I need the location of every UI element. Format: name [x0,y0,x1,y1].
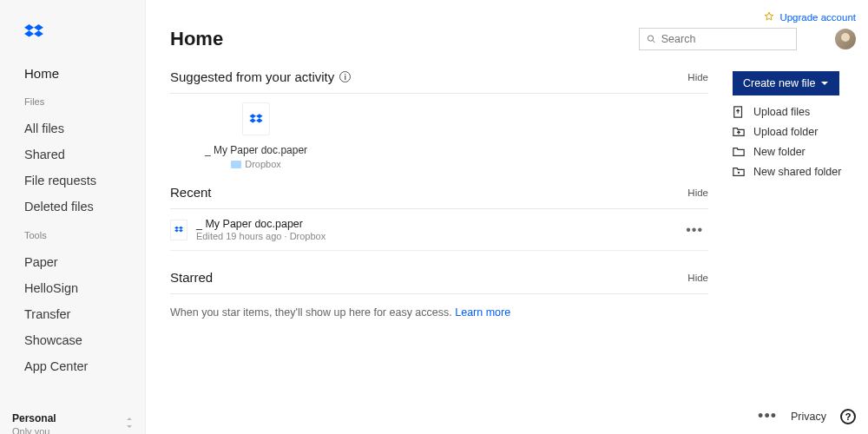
page-title: Home [170,28,223,50]
nav-paper[interactable]: Paper [0,249,145,275]
info-icon[interactable]: i [339,71,351,82]
divider [170,93,708,94]
svg-line-1 [653,40,655,43]
actions-column: Create new file Upload files Upload fold… [733,69,856,434]
paper-file-icon [249,113,263,125]
nav-all-files[interactable]: All files [0,115,145,141]
upload-file-icon [733,106,745,118]
nav-section-tools: Tools [0,230,145,249]
search-input[interactable] [661,33,789,45]
recent-header: Recent Hide [170,185,708,200]
more-menu-icon[interactable]: ••• [681,222,708,238]
svg-point-0 [648,36,653,41]
account-switcher[interactable]: Personal Only you [0,404,145,434]
upload-files[interactable]: Upload files [733,106,856,118]
nav-shared[interactable]: Shared [0,141,145,168]
new-folder[interactable]: New folder [733,146,856,158]
nav-file-requests[interactable]: File requests [0,168,145,194]
recent-info: _ My Paper doc.paper Edited 19 hours ago… [196,218,681,241]
shared-folder-icon [733,166,745,178]
help-icon[interactable]: ? [840,409,856,424]
footer-more-icon[interactable]: ••• [758,407,777,425]
suggested-file-name: _ My Paper doc.paper [205,144,307,156]
recent-hide[interactable]: Hide [687,187,708,198]
account-name: Personal [12,412,133,424]
logo[interactable] [0,0,145,66]
starred-header: Starred Hide [170,270,708,285]
top-bar: Upgrade account [170,9,856,26]
search-icon [647,34,656,44]
main-content: Upgrade account Home Suggested from your… [146,0,868,434]
upload-folder[interactable]: Upload folder [733,126,856,138]
suggested-header: Suggested from your activity i Hide [170,69,708,84]
nav-transfer[interactable]: Transfer [0,301,145,327]
learn-more-link[interactable]: Learn more [455,306,510,319]
upload-folder-icon [733,126,745,138]
main-column: Suggested from your activity i Hide _ My… [170,69,708,434]
nav-deleted-files[interactable]: Deleted files [0,194,145,220]
nav-app-center[interactable]: App Center [0,353,145,379]
starred-hide[interactable]: Hide [687,273,708,283]
new-shared-folder[interactable]: New shared folder [733,166,856,178]
suggested-title: Suggested from your activity [170,69,334,84]
star-icon [764,10,774,25]
suggested-item[interactable]: _ My Paper doc.paper Dropbox [205,102,307,169]
paper-file-icon [174,226,183,233]
upgrade-link[interactable]: Upgrade account [779,12,856,23]
folder-icon [733,146,745,158]
folder-icon [231,161,241,168]
starred-title: Starred [170,270,213,285]
privacy-link[interactable]: Privacy [791,411,826,423]
nav-section-files: Files [0,96,145,115]
chevron-updown-icon [126,416,133,431]
suggested-file-location: Dropbox [205,159,307,169]
recent-file-name: _ My Paper doc.paper [196,218,681,230]
nav-showcase[interactable]: Showcase [0,327,145,353]
footer: ••• Privacy ? [758,407,856,425]
recent-file-meta: Edited 19 hours ago · Dropbox [196,231,681,241]
dropbox-logo-icon [24,24,43,42]
action-list: Upload files Upload folder New folder Ne… [733,106,856,178]
recent-title: Recent [170,185,212,200]
header-row: Home [170,28,856,50]
account-sub: Only you [12,426,133,434]
content-columns: Suggested from your activity i Hide _ My… [170,69,856,434]
file-thumb [170,220,187,240]
suggested-hide[interactable]: Hide [687,72,708,82]
recent-item[interactable]: _ My Paper doc.paper Edited 19 hours ago… [170,209,708,251]
chevron-down-icon [820,79,829,88]
sidebar: Home Files All files Shared File request… [0,0,146,434]
search-box[interactable] [639,28,797,50]
nav-hellosign[interactable]: HelloSign [0,275,145,301]
nav-home[interactable]: Home [0,66,145,96]
svg-point-3 [738,172,740,174]
starred-empty-message: When you star items, they'll show up her… [170,294,708,319]
create-new-file-button[interactable]: Create new file [733,71,839,95]
file-thumb [242,102,270,135]
avatar[interactable] [835,29,856,49]
